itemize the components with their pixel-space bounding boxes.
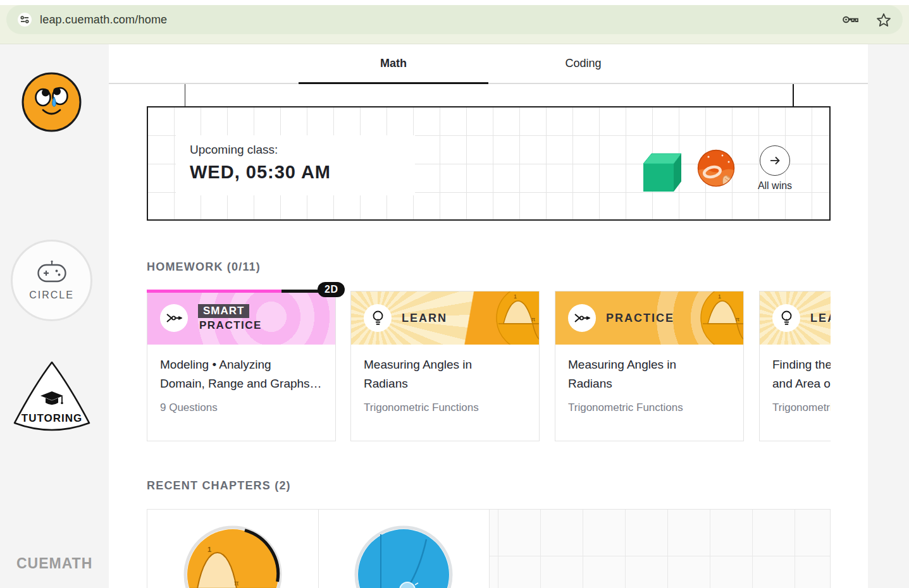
card-tag-smart: SMART <box>198 304 249 318</box>
homework-card-row: 2D SMART PRACTICE <box>147 282 831 443</box>
main-content: Math Coding Upcoming class: WED, 05:30 A… <box>109 44 868 588</box>
homework-card-smart-practice[interactable]: SMART PRACTICE Modeling • Analyzing Doma… <box>147 291 336 441</box>
upcoming-class-label: Upcoming class: <box>190 143 278 157</box>
practice-header: 1 π PRACTICE <box>555 291 743 345</box>
banner-string-left <box>185 84 185 106</box>
homework-card-learn-2[interactable]: LEARN Finding the Arc Length and Area of… <box>759 291 831 441</box>
card-subtitle: 9 Questions <box>160 401 323 414</box>
homework-heading: HOMEWORK (0/11) <box>147 260 261 274</box>
smiley-avatar-icon <box>21 71 82 133</box>
toggle-sliders-icon <box>20 15 29 24</box>
homework-card-learn-1[interactable]: 1 π LEARN <box>350 291 540 441</box>
sidebar: CIRCLE TUTORING CUEMATH <box>0 44 109 588</box>
card-title: Measuring Angles in Radians <box>568 355 731 393</box>
right-gutter <box>868 44 909 588</box>
svg-text:π: π <box>234 579 239 587</box>
password-key-icon[interactable] <box>842 14 860 25</box>
tutoring-label: TUTORING <box>22 412 82 425</box>
recent-chapters-heading: RECENT CHAPTERS (2) <box>147 479 291 493</box>
sidebar-item-circle[interactable]: CIRCLE <box>11 240 92 321</box>
svg-text:π: π <box>531 316 535 322</box>
browser-bar: leap.cuemath.com/home <box>0 5 909 44</box>
card-tag-learn: LEARN <box>402 312 447 325</box>
cuemath-logo: CUEMATH <box>16 555 92 572</box>
due-progress-bar <box>147 290 326 293</box>
due-badge: 2D <box>318 282 345 297</box>
learn-header: LEARN <box>760 291 831 345</box>
graduation-cap-icon <box>39 391 65 407</box>
chapter-thumbnail-trig-functions[interactable]: 1 π <box>181 523 285 588</box>
recent-chapters-panel: 1 π <box>147 509 831 588</box>
svg-text:1: 1 <box>207 546 211 553</box>
empty-grid-area <box>490 510 830 588</box>
all-wins-label: All wins <box>746 180 803 192</box>
arrow-right-icon <box>768 154 782 168</box>
avatar[interactable] <box>21 71 82 133</box>
lightbulb-icon <box>372 310 384 326</box>
upcoming-class-time: WED, 05:30 AM <box>190 162 331 183</box>
upcoming-class-banner[interactable]: Upcoming class: WED, 05:30 AM <box>147 106 831 221</box>
card-title: Finding the Arc Length and Area of a Sec… <box>772 355 831 393</box>
dart-icon <box>166 312 182 324</box>
circle-label: CIRCLE <box>29 290 74 301</box>
gamepad-icon <box>36 260 68 284</box>
tab-math[interactable]: Math <box>299 44 488 83</box>
card-tag-practice: PRACTICE <box>198 319 262 332</box>
bookmark-star-icon[interactable] <box>876 13 891 27</box>
tab-coding[interactable]: Coding <box>488 44 678 83</box>
card-subtitle: Trigonometric Functions <box>568 401 731 414</box>
cube-reward-icon <box>638 148 683 196</box>
win-badge-icon[interactable] <box>697 149 735 190</box>
card-tag-learn: LEARN <box>810 312 831 325</box>
url-text[interactable]: leap.cuemath.com/home <box>40 13 167 27</box>
card-subtitle: Trigonometric Functions <box>364 401 526 414</box>
card-title: Measuring Angles in Radians <box>364 355 526 393</box>
card-subtitle: Trigonometric Functions <box>772 401 831 414</box>
sine-wave-chart-icon: 1 π <box>496 291 539 345</box>
dart-icon <box>574 312 590 324</box>
learn-header: 1 π LEARN <box>351 291 539 345</box>
banner-string-right <box>793 84 794 106</box>
chapter-thumbnail-applications[interactable] <box>352 523 455 588</box>
tab-bar: Math Coding <box>109 44 868 84</box>
panel-divider <box>318 510 319 588</box>
card-tag-practice: PRACTICE <box>606 312 674 325</box>
sine-wave-chart-icon: 1 π <box>700 291 743 345</box>
smart-practice-header: SMART PRACTICE <box>147 291 335 345</box>
lightbulb-icon <box>781 310 793 326</box>
url-bar[interactable]: leap.cuemath.com/home <box>6 5 903 34</box>
card-title: Modeling • Analyzing Domain, Range and G… <box>160 355 323 393</box>
due-progress-fill <box>147 290 281 293</box>
site-settings-icon[interactable] <box>18 13 32 27</box>
homework-card-practice[interactable]: 1 π PRACTICE <box>555 291 744 441</box>
orange-sine-chapter-icon: 1 π <box>181 523 285 588</box>
svg-text:π: π <box>736 316 739 322</box>
sidebar-item-tutoring[interactable]: TUTORING <box>9 359 95 448</box>
svg-text:1: 1 <box>718 293 721 300</box>
svg-text:1: 1 <box>514 293 517 300</box>
all-wins-button[interactable]: All wins <box>746 145 803 192</box>
blue-curve-chapter-icon <box>352 523 455 588</box>
